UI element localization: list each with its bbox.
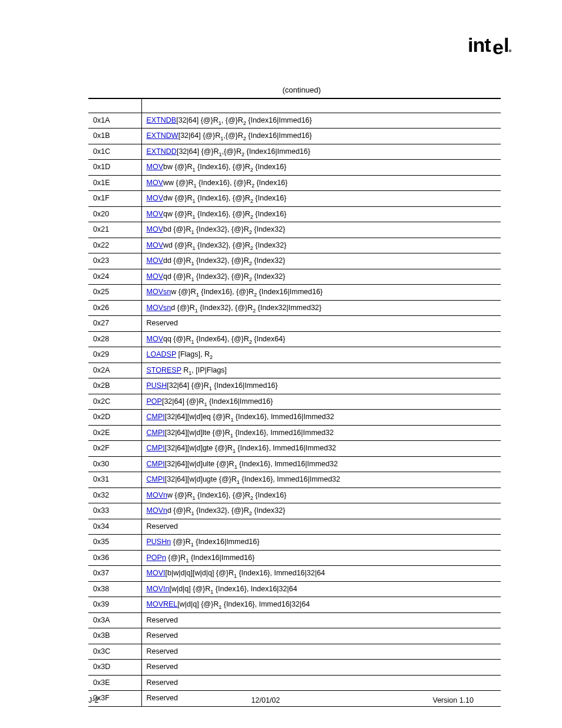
table-row: 0x2ECMPI[32|64][w|d]lte {@}R1 {Index16},…: [88, 425, 501, 441]
instruction-cell: MOVsnw {@}R1 {Index16}, {@}R2 {Index16|I…: [141, 285, 501, 301]
opcode-cell: 0x26: [88, 300, 141, 316]
opcode-cell: 0x1C: [88, 144, 141, 160]
instruction-cell: Reserved: [141, 675, 501, 691]
opcode-cell: 0x35: [88, 535, 141, 551]
instruction-cell: MOVqd {@}R1 {Index32}, {@}R2 {Index32}: [141, 269, 501, 285]
svg-text:l: l: [504, 34, 508, 56]
opcode-cell: 0x37: [88, 566, 141, 582]
mnemonic-link[interactable]: MOVI: [147, 569, 166, 577]
mnemonic-link[interactable]: MOVREL: [147, 600, 178, 608]
mnemonic-link[interactable]: CMPI: [147, 475, 165, 483]
instruction-cell: Reserved: [141, 519, 501, 535]
opcode-cell: 0x2F: [88, 441, 141, 457]
table-row: 0x1EMOVww {@}R1 {Index16}, {@}R2 {Index1…: [88, 175, 501, 191]
mnemonic-link[interactable]: STORESP: [147, 366, 181, 374]
mnemonic-link[interactable]: MOV: [147, 241, 163, 249]
intel-logo: int e l R: [468, 34, 515, 63]
table-row: 0x1AEXTNDB[32|64] {@}R1, {@}R2 {Index16|…: [88, 113, 501, 129]
table-row: 0x39MOVREL[w|d|q] {@}R1 {Index16}, Immed…: [88, 597, 501, 613]
mnemonic-link[interactable]: MOV: [147, 335, 163, 343]
opcode-cell: 0x1D: [88, 160, 141, 176]
instruction-cell: EXTNDD[32|64] {@}R1,{@}R2 {Index16|Immed…: [141, 144, 501, 160]
opcode-cell: 0x3E: [88, 675, 141, 691]
table-row: 0x1FMOVdw {@}R1 {Index16}, {@}R2 {Index1…: [88, 191, 501, 207]
mnemonic-link[interactable]: MOV: [147, 272, 163, 281]
instruction-cell: MOVREL[w|d|q] {@}R1 {Index16}, Immed16|3…: [141, 597, 501, 613]
instruction-cell: CMPI[32|64][w|d]eq {@}R1 {Index16}, Imme…: [141, 410, 501, 426]
instruction-cell: CMPI[32|64][w|d]ugte {@}R1 {Index16}, Im…: [141, 472, 501, 488]
opcode-cell: 0x1F: [88, 191, 141, 207]
table-row: 0x20MOVqw {@}R1 {Index16}, {@}R2 {Index1…: [88, 206, 501, 222]
mnemonic-link[interactable]: PUSH: [147, 381, 167, 390]
opcode-cell: 0x1E: [88, 175, 141, 191]
mnemonic-link[interactable]: MOV: [147, 225, 163, 233]
instruction-cell: MOVnw {@}R1 {Index16}, {@}R2 {Index16}: [141, 487, 501, 503]
mnemonic-link[interactable]: EXTNDB: [147, 116, 177, 124]
mnemonic-link[interactable]: MOVsn: [147, 304, 171, 312]
opcode-cell: 0x38: [88, 581, 141, 597]
instruction-cell: Reserved: [141, 660, 501, 676]
mnemonic-link[interactable]: CMPI: [147, 413, 165, 421]
table-row: 0x2CPOP[32|64] {@}R1 {Index16|Immed16}: [88, 394, 501, 410]
table-row: 0x1CEXTNDD[32|64] {@}R1,{@}R2 {Index16|I…: [88, 144, 501, 160]
opcode-cell: 0x2D: [88, 410, 141, 426]
mnemonic-link[interactable]: MOVsn: [147, 288, 171, 296]
table-row: 0x3BReserved: [88, 628, 501, 644]
table-row: 0x24MOVqd {@}R1 {Index32}, {@}R2 {Index3…: [88, 269, 501, 285]
table-row: 0x38MOVIn[w|d|q] {@}R1 {Index16}, Index1…: [88, 581, 501, 597]
opcode-cell: 0x1B: [88, 129, 141, 144]
mnemonic-link[interactable]: PUSHn: [147, 538, 171, 546]
mnemonic-link[interactable]: MOVIn: [147, 585, 170, 593]
table-row: 0x3CReserved: [88, 644, 501, 660]
mnemonic-link[interactable]: EXTNDW: [147, 131, 178, 140]
instruction-cell: MOVdw {@}R1 {Index16}, {@}R2 {Index16}: [141, 191, 501, 207]
opcode-cell: 0x3B: [88, 628, 141, 644]
instruction-cell: CMPI[32|64][w|d]gte {@}R1 {Index16}, Imm…: [141, 441, 501, 457]
opcode-cell: 0x39: [88, 597, 141, 613]
mnemonic-link[interactable]: EXTNDD: [147, 147, 177, 156]
table-row: 0x3DReserved: [88, 660, 501, 676]
mnemonic-link[interactable]: MOV: [147, 194, 163, 202]
mnemonic-link[interactable]: MOV: [147, 256, 163, 265]
instruction-cell: EXTNDW[32|64] {@}R1,{@}R2 {Index16|Immed…: [141, 129, 501, 144]
instruction-cell: MOVbw {@}R1 {Index16}, {@}R2 {Index16}: [141, 160, 501, 176]
page-footer: J-2 12/01/02 Version 1.10: [47, 696, 515, 704]
opcode-cell: 0x3D: [88, 660, 141, 676]
opcode-cell: 0x2C: [88, 394, 141, 410]
table-row: 0x26MOVsnd {@}R1 {Index32}, {@}R2 {Index…: [88, 300, 501, 316]
mnemonic-link[interactable]: CMPI: [147, 444, 165, 452]
opcode-cell: 0x31: [88, 472, 141, 488]
mnemonic-link[interactable]: LOADSP: [147, 350, 177, 358]
instruction-cell: STORESP R1, [IP|Flags]: [141, 363, 501, 378]
table-row: 0x27Reserved: [88, 316, 501, 332]
opcode-cell: 0x29: [88, 347, 141, 363]
table-row: 0x2FCMPI[32|64][w|d]gte {@}R1 {Index16},…: [88, 441, 501, 457]
instruction-cell: Reserved: [141, 644, 501, 660]
mnemonic-link[interactable]: POP: [147, 397, 162, 406]
mnemonic-link[interactable]: MOVn: [147, 506, 167, 515]
instruction-cell: MOVI[b|w|d|q][w|d|q] {@}R1 {Index16}, Im…: [141, 566, 501, 582]
instruction-cell: MOVwd {@}R1 {Index32}, {@}R2 {Index32}: [141, 238, 501, 253]
svg-text:e: e: [492, 36, 503, 58]
table-row: 0x2BPUSH[32|64] {@}R1 {Index16|Immed16}: [88, 378, 501, 394]
mnemonic-link[interactable]: MOVn: [147, 491, 167, 499]
opcode-cell: 0x1A: [88, 113, 141, 129]
instruction-cell: MOVsnd {@}R1 {Index32}, {@}R2 {Index32|I…: [141, 300, 501, 316]
opcode-cell: 0x2A: [88, 363, 141, 378]
mnemonic-link[interactable]: POPn: [147, 554, 166, 562]
table-row: 0x37MOVI[b|w|d|q][w|d|q] {@}R1 {Index16}…: [88, 566, 501, 582]
table-row: 0x3AReserved: [88, 612, 501, 628]
instruction-cell: PUSHn {@}R1 {Index16|Immed16}: [141, 535, 501, 551]
mnemonic-link[interactable]: MOV: [147, 179, 163, 187]
mnemonic-link[interactable]: CMPI: [147, 460, 165, 468]
opcode-cell: 0x21: [88, 222, 141, 238]
opcode-cell: 0x36: [88, 550, 141, 566]
instruction-cell: MOVIn[w|d|q] {@}R1 {Index16}, Index16|32…: [141, 581, 501, 597]
table-row: 0x21MOVbd {@}R1 {Index32}, {@}R2 {Index3…: [88, 222, 501, 238]
mnemonic-link[interactable]: MOV: [147, 210, 163, 218]
mnemonic-link[interactable]: CMPI: [147, 429, 165, 437]
mnemonic-link[interactable]: MOV: [147, 163, 163, 171]
instruction-cell: MOVdd {@}R1 {Index32}, {@}R2 {Index32}: [141, 253, 501, 269]
instruction-cell: CMPI[32|64][w|d]ulte {@}R1 {Index16}, Im…: [141, 456, 501, 472]
instruction-cell: Reserved: [141, 612, 501, 628]
